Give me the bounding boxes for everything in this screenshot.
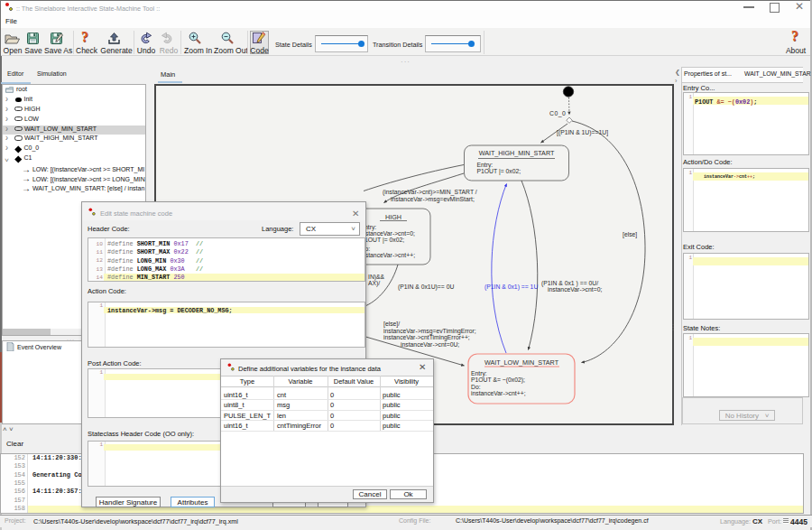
svg-text:instanceVar->msg=evMinStart;: instanceVar->msg=evMinStart; (391, 196, 475, 203)
svg-text:WAIT_LOW_MIN_START: WAIT_LOW_MIN_START (484, 358, 559, 367)
svg-text:[(P1IN & 1U)==1U]: [(P1IN & 1U)==1U] (557, 129, 608, 136)
svg-text:P1OUT &= ~(0x02);: P1OUT &= ~(0x02); (471, 377, 525, 384)
svg-text:instanceVar->cnt=0;: instanceVar->cnt=0; (361, 230, 415, 237)
svg-text:instanceVar->cnt=0U;: instanceVar->cnt=0U; (401, 341, 459, 348)
svg-text:AX)/: AX)/ (368, 280, 380, 287)
svg-text:Do:: Do: (471, 384, 481, 390)
svg-text:HIGH: HIGH (385, 213, 401, 221)
svg-text:(P1IN & 0x1U)== 0U: (P1IN & 0x1U)== 0U (398, 284, 454, 291)
svg-text:C0_0: C0_0 (549, 110, 566, 117)
svg-text:[else]: [else] (623, 231, 637, 238)
svg-text:instanceVar->cnt++;: instanceVar->cnt++; (361, 252, 416, 258)
svg-text:P1OUT |= 0x02;: P1OUT |= 0x02; (361, 237, 405, 244)
svg-text:instanceVar->cnt++;: instanceVar->cnt++; (471, 390, 526, 396)
svg-text:(P1IN & 0x1) == 1U: (P1IN & 0x1) == 1U (484, 284, 538, 291)
svg-text:WAIT_HIGH_MIN_START: WAIT_HIGH_MIN_START (479, 149, 555, 157)
svg-text:instanceVar->cnt=0;: instanceVar->cnt=0; (548, 286, 602, 293)
svg-text:P1OUT |= 0x02;: P1OUT |= 0x02; (477, 168, 521, 175)
